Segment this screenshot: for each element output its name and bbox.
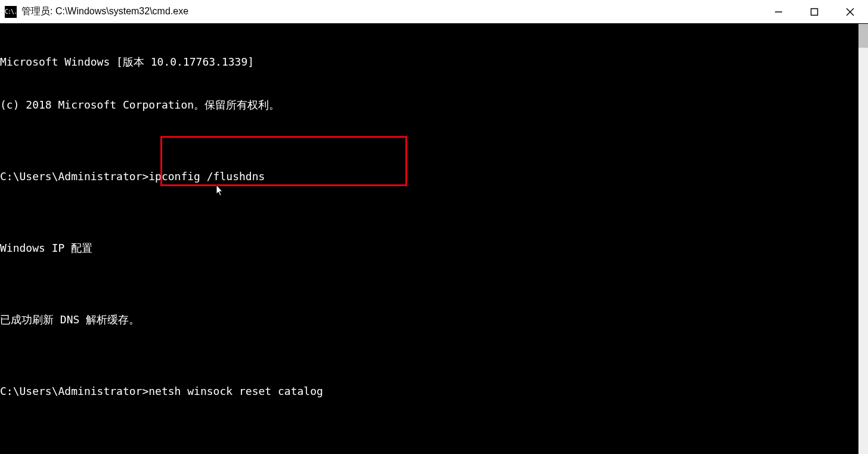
output-line: (c) 2018 Microsoft Corporation。保留所有权利。 [0, 98, 858, 112]
maximize-button[interactable] [796, 0, 832, 23]
output-line: Microsoft Windows [版本 10.0.17763.1339] [0, 55, 858, 69]
minimize-button[interactable] [761, 0, 796, 23]
scrollbar-thumb[interactable] [858, 24, 868, 48]
window-title: 管理员: C:\Windows\system32\cmd.exe [21, 5, 188, 18]
window-controls [761, 0, 868, 23]
vertical-scrollbar[interactable] [858, 24, 868, 454]
close-icon [846, 8, 854, 16]
maximize-icon [810, 8, 819, 16]
cmd-icon: C:\. [5, 6, 17, 18]
output-line: 已成功刷新 DNS 解析缓存。 [0, 313, 858, 327]
output-line: Windows IP 配置 [0, 241, 858, 255]
close-button[interactable] [832, 0, 868, 23]
title-bar[interactable]: C:\. 管理员: C:\Windows\system32\cmd.exe [0, 0, 868, 24]
command-line: C:\Users\Administrator>ipconfig /flushdn… [0, 169, 858, 184]
typed-command: netsh winsock reset catalog [148, 385, 323, 397]
svg-rect-1 [811, 8, 818, 15]
terminal-area[interactable]: Microsoft Windows [版本 10.0.17763.1339] (… [0, 24, 858, 454]
command-line: C:\Users\Administrator>netsh winsock res… [0, 384, 858, 399]
title-left: C:\. 管理员: C:\Windows\system32\cmd.exe [0, 5, 761, 18]
prompt: C:\Users\Administrator> [0, 385, 148, 397]
minimize-icon [774, 8, 783, 16]
